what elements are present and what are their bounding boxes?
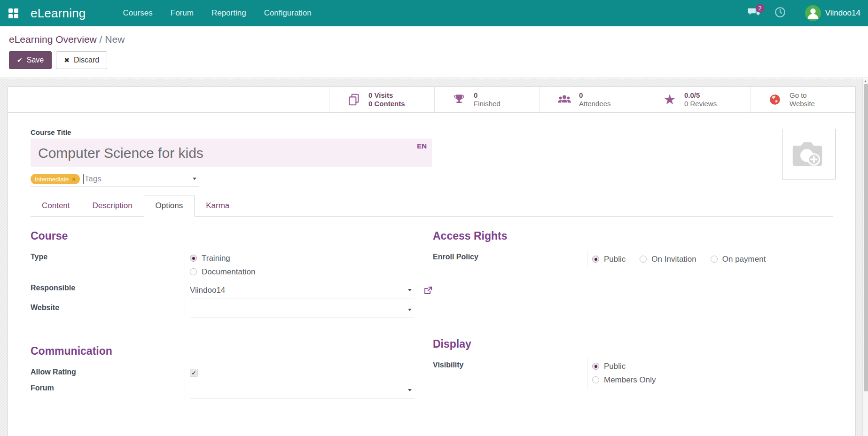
field-enroll-policy: Enroll Policy Public On Invitation: [433, 250, 833, 268]
course-title-input[interactable]: [31, 139, 432, 167]
clock-icon: [774, 6, 786, 20]
breadcrumb-parent-link[interactable]: eLearning Overview: [9, 34, 97, 45]
chevron-down-icon[interactable]: [408, 389, 412, 391]
stat-visits-value: 0 Visits: [368, 91, 405, 100]
go-to-website-line2: Website: [790, 100, 815, 108]
language-badge[interactable]: EN: [417, 142, 427, 150]
menu-courses[interactable]: Courses: [114, 0, 161, 26]
field-website: Website: [31, 301, 423, 320]
course-image-upload[interactable]: [782, 129, 836, 179]
radio-documentation[interactable]: Documentation: [190, 265, 423, 279]
radio-icon[interactable]: [190, 268, 197, 275]
radio-icon[interactable]: [190, 255, 197, 262]
person-icon: [805, 5, 821, 21]
course-title-label: Course Title: [31, 128, 833, 136]
radio-enroll-invitation[interactable]: On Invitation: [640, 252, 696, 266]
radio-icon[interactable]: [711, 256, 718, 263]
tag-remove-icon[interactable]: ×: [72, 176, 76, 183]
allow-rating-label: Allow Rating: [31, 365, 185, 381]
stat-attendees-value: 0: [579, 91, 611, 100]
stat-rating-value: 0.0/5: [684, 91, 717, 100]
top-navbar: eLearning Courses Forum Reporting Config…: [0, 0, 868, 26]
field-forum: Forum: [31, 381, 423, 401]
tab-options[interactable]: Options: [144, 195, 195, 217]
discard-button[interactable]: ✖ Discard: [56, 51, 107, 69]
form-sheet: 0 Visits 0 Contents 0 Finished: [8, 86, 856, 436]
section-heading-display: Display: [433, 338, 833, 350]
field-allow-rating: Allow Rating ✓: [31, 365, 423, 381]
menu-forum[interactable]: Forum: [162, 0, 203, 26]
radio-members-only-label: Members Only: [604, 375, 656, 385]
app-brand[interactable]: eLearning: [31, 6, 86, 21]
go-to-website-button[interactable]: Go to Website: [750, 87, 855, 112]
tag-intermediate[interactable]: Intermediate ×: [31, 174, 80, 184]
menu-configuration[interactable]: Configuration: [255, 0, 321, 26]
radio-training-label: Training: [202, 254, 230, 263]
responsible-value: Viindoo14: [190, 286, 225, 295]
tab-description[interactable]: Description: [81, 195, 144, 216]
forum-label: Forum: [31, 381, 185, 401]
activities-button[interactable]: [774, 6, 786, 20]
external-link-icon[interactable]: [423, 285, 433, 296]
messages-button[interactable]: 2: [747, 6, 763, 20]
save-button[interactable]: ✔ Save: [9, 51, 52, 69]
section-heading-communication: Communication: [31, 345, 423, 358]
radio-icon[interactable]: [640, 256, 647, 263]
save-button-label: Save: [27, 56, 44, 64]
radio-visibility-public[interactable]: Public: [592, 359, 833, 373]
messages-count-badge: 2: [756, 4, 765, 13]
radio-documentation-label: Documentation: [202, 267, 255, 277]
radio-members-only[interactable]: Members Only: [592, 373, 833, 387]
scroll-up-arrow[interactable]: ▲: [863, 79, 868, 83]
radio-icon[interactable]: [592, 256, 599, 263]
stat-button-contents[interactable]: 0 Visits 0 Contents: [329, 87, 434, 112]
stat-attendees-label: Attendees: [579, 100, 611, 108]
website-dropdown[interactable]: [190, 302, 414, 318]
field-responsible: Responsible Viindoo14: [31, 281, 423, 301]
apps-menu-icon[interactable]: [8, 8, 18, 18]
check-icon: ✔: [17, 56, 23, 64]
chevron-down-icon[interactable]: [193, 178, 196, 180]
radio-icon[interactable]: [592, 376, 599, 383]
breadcrumb-separator: /: [100, 34, 102, 45]
tab-content[interactable]: Content: [31, 195, 81, 216]
user-avatar[interactable]: [805, 5, 821, 21]
stat-button-reviews[interactable]: ★ 0.0/5 0 Reviews: [645, 87, 750, 112]
radio-enroll-public[interactable]: Public: [592, 252, 626, 266]
chevron-down-icon[interactable]: [408, 309, 412, 311]
stat-contents-value: 0 Contents: [368, 100, 405, 108]
radio-icon[interactable]: [592, 363, 599, 370]
stat-button-bar: 0 Visits 0 Contents 0 Finished: [8, 87, 855, 113]
form-tabs: Content Description Options Karma: [31, 195, 833, 217]
camera-plus-icon: [790, 139, 827, 170]
form-action-buttons: ✔ Save ✖ Discard: [9, 51, 868, 69]
radio-enroll-payment[interactable]: On payment: [711, 252, 766, 266]
control-panel: eLearning Overview / New ✔ Save ✖ Discar…: [0, 26, 868, 78]
discard-button-label: Discard: [74, 56, 99, 64]
tag-label: Intermediate: [35, 176, 69, 183]
radio-visibility-public-label: Public: [604, 362, 626, 371]
chevron-down-icon[interactable]: [408, 289, 412, 291]
radio-enroll-invitation-label: On Invitation: [651, 255, 696, 264]
forum-dropdown[interactable]: [190, 382, 414, 398]
radio-training[interactable]: Training: [190, 251, 423, 265]
scrollbar-thumb[interactable]: [864, 84, 868, 391]
group-icon: [557, 93, 572, 107]
chat-bubbles-icon: [747, 13, 761, 21]
field-visibility: Visibility Public Members Only: [433, 358, 833, 389]
stat-button-finished[interactable]: 0 Finished: [434, 87, 540, 112]
section-heading-access-rights: Access Rights: [433, 230, 833, 242]
tags-field[interactable]: Intermediate × Tags: [31, 172, 199, 187]
responsible-dropdown[interactable]: Viindoo14: [190, 282, 414, 298]
trophy-icon: [452, 93, 467, 106]
radio-enroll-public-label: Public: [604, 255, 626, 264]
main-menu: Courses Forum Reporting Configuration: [114, 0, 320, 26]
user-menu[interactable]: Viindoo14: [825, 8, 860, 18]
tab-karma[interactable]: Karma: [195, 195, 241, 216]
allow-rating-checkbox[interactable]: ✓: [190, 369, 198, 377]
menu-reporting[interactable]: Reporting: [203, 0, 255, 26]
vertical-scrollbar[interactable]: ▲: [862, 78, 868, 436]
stat-button-attendees[interactable]: 0 Attendees: [540, 87, 645, 112]
form-view-background: 0 Visits 0 Contents 0 Finished: [0, 78, 862, 436]
stat-finished-label: Finished: [474, 100, 500, 108]
